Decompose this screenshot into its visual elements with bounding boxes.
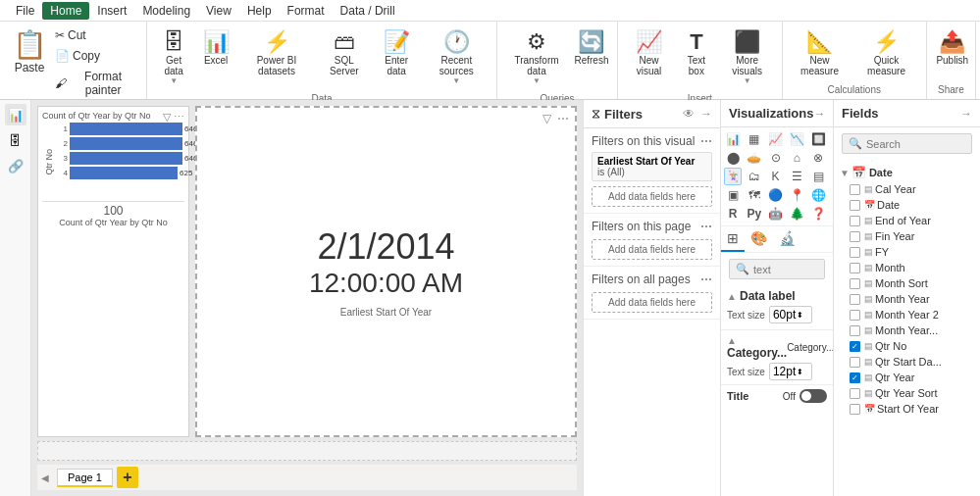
field-item-end-of-year[interactable]: ▤ End of Year bbox=[834, 213, 980, 228]
viz-tab-fields[interactable]: ⊞ bbox=[721, 226, 745, 252]
chart-more-icon[interactable]: ⋯ bbox=[174, 111, 184, 124]
get-data-button[interactable]: 🗄 Get data ▼ bbox=[153, 25, 194, 91]
page-scroll-left[interactable]: ◀ bbox=[37, 470, 53, 485]
text-size-stepper[interactable]: ⬍ bbox=[797, 311, 803, 320]
category-text-stepper[interactable]: ⬍ bbox=[797, 368, 803, 376]
new-visual-button[interactable]: 📈 New visual bbox=[624, 25, 674, 82]
field-item-qtr-year[interactable]: ✓ ▤ Qtr Year bbox=[834, 370, 980, 385]
field-item-month-year-2[interactable]: ▤ Month Year 2 bbox=[834, 307, 980, 322]
text-size-input[interactable]: 60 pt ⬍ bbox=[769, 306, 812, 323]
recent-sources-button[interactable]: 🕐 Recent sources ▼ bbox=[423, 25, 490, 91]
fin-year-checkbox[interactable] bbox=[850, 231, 860, 242]
date-card-more-icon[interactable]: ⋯ bbox=[557, 112, 569, 125]
filters-visual-more-icon[interactable]: ⋯ bbox=[700, 134, 712, 148]
viz-expand-icon[interactable]: → bbox=[813, 107, 825, 121]
menu-view[interactable]: View bbox=[198, 2, 239, 20]
publish-button[interactable]: 📤 Publish bbox=[933, 25, 972, 72]
viz-scatter[interactable]: ⬤ bbox=[724, 149, 742, 167]
excel-button[interactable]: 📊 Excel bbox=[196, 25, 235, 72]
fields-expand-icon[interactable]: → bbox=[960, 107, 972, 121]
field-item-fin-year[interactable]: ▤ Fin Year bbox=[834, 228, 980, 244]
page-tab-1[interactable]: Page 1 bbox=[57, 469, 113, 487]
field-group-date-header[interactable]: ▼ 📅 Date bbox=[834, 164, 980, 181]
add-fields-allpages-button[interactable]: Add data fields here bbox=[592, 292, 712, 313]
quick-measure-button[interactable]: ⚡ Quick measure bbox=[852, 25, 920, 82]
category-title[interactable]: ▲ Category... bbox=[727, 334, 787, 360]
format-painter-button[interactable]: 🖌 Format painter bbox=[51, 67, 140, 100]
viz-azuremaps[interactable]: 🌐 bbox=[809, 186, 827, 204]
transform-data-button[interactable]: ⚙ Transform data ▼ bbox=[503, 25, 570, 91]
enter-data-button[interactable]: 📝 Enter data bbox=[373, 25, 421, 82]
viz-area-chart[interactable]: 📉 bbox=[788, 130, 805, 148]
qtr-year-sort-checkbox[interactable] bbox=[850, 388, 860, 399]
month-checkbox[interactable] bbox=[850, 263, 860, 273]
sidebar-model-icon[interactable]: 🔗 bbox=[5, 155, 26, 176]
viz-decomp[interactable]: 🌲 bbox=[788, 205, 805, 223]
date-card-filter-icon[interactable]: ▽ bbox=[542, 112, 551, 125]
viz-tab-analytics[interactable]: 🔬 bbox=[773, 226, 801, 252]
viz-card[interactable]: 🃏 bbox=[724, 168, 742, 185]
text-box-button[interactable]: T Text box bbox=[676, 25, 716, 82]
viz-pie[interactable]: 🥧 bbox=[746, 149, 763, 167]
viz-filled-map[interactable]: 📍 bbox=[788, 186, 805, 204]
cut-button[interactable]: ✂ Cut bbox=[51, 25, 140, 45]
more-visuals-button[interactable]: ⬛ More visuals ▼ bbox=[719, 25, 776, 91]
qtr-start-checkbox[interactable] bbox=[850, 357, 860, 368]
menu-insert[interactable]: Insert bbox=[89, 2, 134, 20]
viz-python[interactable]: Py bbox=[746, 205, 763, 223]
field-item-cal-year[interactable]: ▤ Cal Year bbox=[834, 181, 980, 197]
date-checkbox[interactable] bbox=[850, 200, 860, 211]
viz-map[interactable]: 🗺 bbox=[746, 186, 763, 204]
chart-filter-icon[interactable]: ▽ bbox=[163, 111, 171, 124]
month-year-2-checkbox[interactable] bbox=[850, 310, 860, 321]
qtr-no-checkbox[interactable]: ✓ bbox=[850, 341, 860, 352]
viz-qna[interactable]: ❓ bbox=[809, 205, 827, 223]
viz-table[interactable]: ▤ bbox=[809, 168, 827, 185]
power-bi-datasets-button[interactable]: ⚡ Power BI datasets bbox=[237, 25, 316, 82]
menu-help[interactable]: Help bbox=[239, 2, 280, 20]
start-of-year-checkbox[interactable] bbox=[850, 404, 860, 415]
viz-r[interactable]: R bbox=[724, 205, 742, 223]
field-item-qtr-start[interactable]: ▤ Qtr Start Da... bbox=[834, 354, 980, 370]
filters-allpages-more-icon[interactable]: ⋯ bbox=[700, 273, 712, 286]
field-item-month-year-3[interactable]: ▤ Month Year... bbox=[834, 322, 980, 338]
add-fields-visual-button[interactable]: Add data fields here bbox=[592, 186, 712, 207]
filters-expand-icon[interactable]: → bbox=[700, 107, 712, 121]
viz-shape-map[interactable]: 🔵 bbox=[767, 186, 785, 204]
fields-search-input[interactable] bbox=[866, 138, 965, 150]
viz-combo[interactable]: 🔲 bbox=[809, 130, 827, 148]
viz-matrix[interactable]: ▣ bbox=[724, 186, 742, 204]
data-label-title[interactable]: ▲ Data label bbox=[727, 289, 827, 303]
add-page-button[interactable]: + bbox=[117, 467, 138, 488]
viz-slicer[interactable]: ☰ bbox=[788, 168, 805, 185]
field-item-month[interactable]: ▤ Month bbox=[834, 260, 980, 275]
viz-ai[interactable]: 🤖 bbox=[767, 205, 785, 223]
sql-server-button[interactable]: 🗃 SQL Server bbox=[318, 25, 371, 82]
viz-donut[interactable]: ⊙ bbox=[767, 149, 785, 167]
field-item-month-sort[interactable]: ▤ Month Sort bbox=[834, 275, 980, 291]
month-year-3-checkbox[interactable] bbox=[850, 325, 860, 336]
filters-page-more-icon[interactable]: ⋯ bbox=[700, 220, 712, 233]
field-item-qtr-year-sort[interactable]: ▤ Qtr Year Sort bbox=[834, 385, 980, 401]
viz-search-input[interactable] bbox=[753, 264, 818, 275]
month-sort-checkbox[interactable] bbox=[850, 278, 860, 289]
viz-gauge[interactable]: ⊗ bbox=[809, 149, 827, 167]
viz-multi-card[interactable]: 🗂 bbox=[746, 168, 763, 185]
new-measure-button[interactable]: 📐 New measure bbox=[789, 25, 851, 82]
menu-modeling[interactable]: Modeling bbox=[134, 2, 198, 20]
cal-year-checkbox[interactable] bbox=[850, 184, 860, 195]
month-year-checkbox[interactable] bbox=[850, 294, 860, 305]
filter-item-earliest[interactable]: Earliest Start Of Year is (All) bbox=[592, 152, 712, 181]
menu-format[interactable]: Format bbox=[280, 2, 333, 20]
viz-tab-format[interactable]: 🎨 bbox=[745, 226, 773, 252]
refresh-button[interactable]: 🔄 Refresh bbox=[572, 25, 611, 72]
field-item-fy[interactable]: ▤ FY bbox=[834, 244, 980, 260]
viz-funnel[interactable]: ⌂ bbox=[788, 149, 805, 167]
field-item-start-of-year[interactable]: 📅 Start Of Year bbox=[834, 401, 980, 417]
sidebar-report-icon[interactable]: 📊 bbox=[5, 104, 26, 125]
viz-stacked-bar[interactable]: ▦ bbox=[746, 130, 763, 148]
menu-data-drill[interactable]: Data / Drill bbox=[333, 2, 403, 20]
category-text-size-input[interactable]: 12 pt ⬍ bbox=[769, 363, 812, 380]
field-item-month-year[interactable]: ▤ Month Year bbox=[834, 291, 980, 307]
paste-button[interactable]: 📋 Paste bbox=[10, 25, 49, 80]
